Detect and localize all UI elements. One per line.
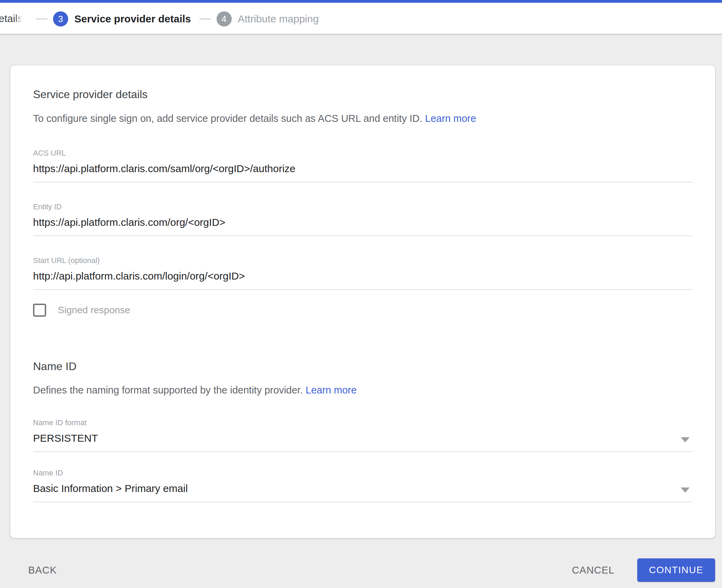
name-id-learn-more-link[interactable]: Learn more xyxy=(306,385,357,396)
start-url-input[interactable] xyxy=(33,265,692,290)
footer-right-actions: CANCEL CONTINUE xyxy=(569,558,715,582)
step-4-number: 4 xyxy=(221,14,226,24)
signed-response-row: Signed response xyxy=(33,304,692,317)
signed-response-label: Signed response xyxy=(58,305,130,316)
continue-button[interactable]: CONTINUE xyxy=(637,558,715,582)
wizard-stepper: 3 Service provider details 4 Attribute m… xyxy=(30,11,322,27)
card-title: Service provider details xyxy=(33,87,692,102)
chevron-down-icon[interactable] xyxy=(681,487,690,493)
entity-id-input[interactable] xyxy=(33,211,692,236)
name-id-format-label: Name ID format xyxy=(33,418,692,427)
step-connector-dash xyxy=(36,18,48,20)
service-provider-details-card: Service provider details To configure si… xyxy=(10,65,715,538)
name-id-select[interactable]: Basic Information > Primary email xyxy=(33,477,692,502)
learn-more-link[interactable]: Learn more xyxy=(425,113,476,124)
name-id-group: Name ID Basic Information > Primary emai… xyxy=(33,469,692,502)
step-4-indicator: 4 xyxy=(217,11,232,27)
chevron-down-icon[interactable] xyxy=(681,437,690,442)
previous-step-label-truncated: provider details xyxy=(0,10,23,28)
name-id-format-value: PERSISTENT xyxy=(33,432,98,444)
card-description: To configure single sign on, add service… xyxy=(33,112,692,125)
start-url-field-group: Start URL (optional) xyxy=(33,256,692,290)
acs-url-field-group: ACS URL xyxy=(33,149,692,182)
back-button[interactable]: BACK xyxy=(25,560,60,580)
acs-url-label: ACS URL xyxy=(33,149,692,158)
cancel-button[interactable]: CANCEL xyxy=(569,560,617,580)
name-id-format-group: Name ID format PERSISTENT xyxy=(33,418,692,452)
name-id-section-title: Name ID xyxy=(33,359,692,374)
step-3-number: 3 xyxy=(58,14,63,24)
step-connector-dash xyxy=(199,18,211,20)
name-id-description-text: Defines the naming format supported by t… xyxy=(33,385,303,396)
name-id-label: Name ID xyxy=(33,469,692,477)
previous-step-label-text: provider details xyxy=(0,10,23,28)
top-accent-bar xyxy=(0,0,722,3)
wizard-header: provider details 3 Service provider deta… xyxy=(0,3,722,34)
step-4-label: Attribute mapping xyxy=(238,13,319,25)
name-id-value: Basic Information > Primary email xyxy=(33,483,188,494)
start-url-label: Start URL (optional) xyxy=(33,256,692,265)
wizard-footer: BACK CANCEL CONTINUE xyxy=(10,555,715,585)
acs-url-input[interactable] xyxy=(33,158,692,182)
name-id-format-select[interactable]: PERSISTENT xyxy=(33,427,692,452)
step-3-indicator: 3 xyxy=(53,11,68,27)
signed-response-checkbox[interactable] xyxy=(33,304,46,317)
name-id-section-description: Defines the naming format supported by t… xyxy=(33,383,692,397)
step-3-label: Service provider details xyxy=(74,13,191,25)
entity-id-field-group: Entity ID xyxy=(33,202,692,236)
entity-id-label: Entity ID xyxy=(33,202,692,211)
card-description-text: To configure single sign on, add service… xyxy=(33,113,422,124)
